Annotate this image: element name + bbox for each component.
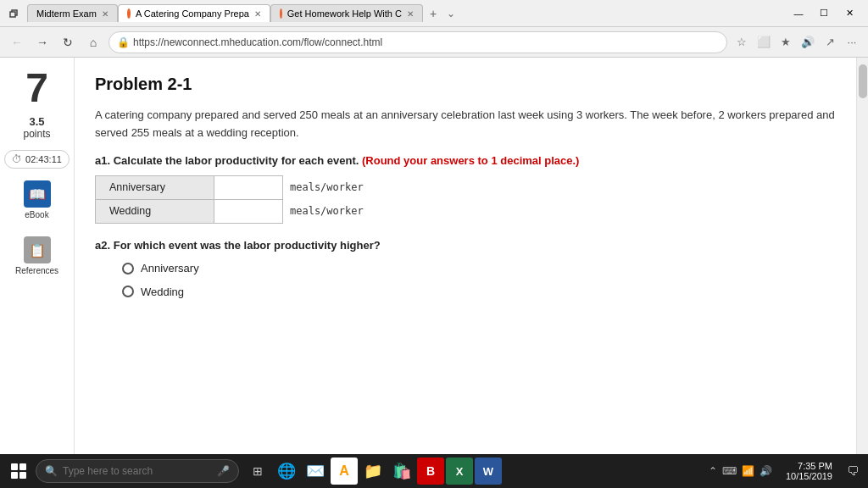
forward-button[interactable]: →: [32, 32, 53, 53]
anniversary-input[interactable]: [214, 176, 282, 198]
anniversary-unit: meals/worker: [283, 176, 371, 200]
anniversary-input-cell: [214, 176, 283, 200]
timer-icon: ⏱: [12, 153, 22, 165]
round-note: (Round your answers to 1 decimal place.): [362, 154, 579, 167]
taskbar-apps: ⊞ 🌐 ✉️ A 📁 🛍️ B X W: [244, 458, 502, 485]
back-button[interactable]: ←: [7, 32, 27, 53]
excel-icon[interactable]: X: [446, 458, 473, 485]
address-actions: ☆ ⬜ ★ 🔊 ↗ ···: [732, 33, 861, 52]
refresh-button[interactable]: ↻: [58, 32, 78, 53]
taskbar-search[interactable]: 🔍 🎤: [36, 459, 239, 483]
clock-date: 10/15/2019: [786, 471, 832, 481]
share-icon[interactable]: ↗: [821, 33, 839, 52]
radio-group: Anniversary Wedding: [95, 260, 836, 300]
mic-icon[interactable]: 🎤: [217, 465, 230, 477]
search-input[interactable]: [63, 465, 212, 477]
home-button[interactable]: ⌂: [83, 32, 103, 53]
main-content: Problem 2-1 A catering company prepared …: [75, 58, 856, 454]
start-button[interactable]: [3, 456, 34, 486]
part-a1-text: Calculate the labor productivity for eac…: [114, 154, 362, 167]
part-a2-text: For which event was the labor productivi…: [114, 239, 381, 252]
option-anniversary[interactable]: Anniversary: [122, 260, 836, 277]
search-icon: 🔍: [45, 465, 58, 477]
wedding-input-cell: [214, 199, 283, 223]
notification-button[interactable]: 🗨: [841, 456, 865, 486]
tray-caret-icon[interactable]: ⌃: [709, 465, 717, 477]
content-area: 7 3.5 points ⏱ 02:43:11 📖 eBook 📋 Refere…: [0, 58, 868, 454]
restore-down-button[interactable]: [7, 7, 20, 20]
system-tray: ⌃ ⌨ 📶 🔊: [704, 465, 777, 477]
tab-bar: Midterm Exam ✕ A Catering Company Prepa …: [27, 3, 783, 24]
problem-title: Problem 2-1: [95, 71, 836, 97]
part-a1-header: a1. Calculate the labor productivity for…: [95, 152, 836, 169]
files-icon[interactable]: 📁: [359, 458, 387, 485]
tab-favicon-homework: [280, 8, 282, 19]
bold-app-icon[interactable]: B: [417, 458, 444, 485]
keyboard-icon[interactable]: ⌨: [722, 465, 737, 477]
tab-label: A Catering Company Prepa: [136, 8, 249, 19]
tab-label: Get Homework Help With C: [287, 8, 402, 19]
network-icon[interactable]: 📶: [742, 465, 754, 477]
wedding-unit: meals/worker: [283, 199, 371, 223]
tab-catering[interactable]: A Catering Company Prepa ✕: [118, 4, 270, 22]
store-icon[interactable]: 🛍️: [388, 458, 415, 485]
notification-icon: 🗨: [847, 464, 859, 478]
scroll-thumb[interactable]: [859, 64, 867, 98]
references-icon: 📋: [24, 236, 51, 263]
clock[interactable]: 7:35 PM 10/15/2019: [781, 461, 837, 481]
clock-time: 7:35 PM: [798, 461, 832, 471]
event-anniversary: Anniversary: [96, 176, 214, 200]
tab-close-homework[interactable]: ✕: [407, 9, 414, 19]
sidebar: 7 3.5 points ⏱ 02:43:11 📖 eBook 📋 Refere…: [0, 58, 75, 454]
tab-label: Midterm Exam: [36, 8, 97, 19]
tab-close-midterm[interactable]: ✕: [102, 9, 108, 19]
mail-icon[interactable]: ✉️: [302, 458, 329, 485]
sidebar-tool-ebook[interactable]: 📖 eBook: [10, 175, 64, 225]
window-controls-left: [7, 7, 20, 20]
edge-browser-icon[interactable]: 🌐: [273, 458, 300, 485]
amazon-icon[interactable]: A: [331, 458, 358, 485]
word-icon[interactable]: W: [475, 458, 502, 485]
window-controls-right: — ☐ ✕: [787, 3, 861, 24]
volume-icon[interactable]: 🔊: [760, 465, 772, 477]
ebook-label: eBook: [25, 210, 48, 219]
answer-table: Anniversary meals/worker Wedding meals/w…: [95, 175, 371, 224]
favorites-icon[interactable]: ★: [776, 33, 795, 52]
tab-midterm-exam[interactable]: Midterm Exam ✕: [27, 4, 118, 22]
radio-wedding[interactable]: [122, 286, 134, 297]
tab-close-catering[interactable]: ✕: [254, 9, 261, 19]
scroll-track[interactable]: [856, 58, 868, 454]
svg-rect-0: [10, 12, 15, 17]
problem-description: A catering company prepared and served 2…: [95, 107, 836, 142]
ebook-icon: 📖: [24, 180, 51, 208]
part-a1-label: a1.: [95, 154, 110, 167]
windows-logo: [11, 463, 26, 479]
radio-anniversary[interactable]: [122, 263, 134, 274]
tab-homework[interactable]: Get Homework Help With C ✕: [270, 4, 423, 22]
event-wedding: Wedding: [96, 199, 214, 223]
option-wedding-label: Wedding: [141, 284, 184, 301]
part-a2-label: a2.: [95, 239, 110, 252]
bookmark-icon[interactable]: ☆: [732, 33, 751, 52]
close-button[interactable]: ✕: [837, 3, 861, 24]
sidebar-tool-references[interactable]: 📋 References: [10, 231, 64, 280]
points-label: points: [23, 128, 50, 140]
lock-icon: 🔒: [117, 36, 130, 48]
more-icon[interactable]: ···: [843, 33, 861, 52]
address-input[interactable]: [108, 31, 727, 53]
new-tab-button[interactable]: +: [423, 3, 443, 24]
option-wedding[interactable]: Wedding: [122, 284, 836, 301]
taskbar-right: ⌃ ⌨ 📶 🔊 7:35 PM 10/15/2019 🗨: [704, 456, 865, 486]
tab-favicon-catering: [127, 8, 131, 19]
maximize-button[interactable]: ☐: [812, 3, 836, 24]
address-bar: ← → ↻ ⌂ 🔒 ☆ ⬜ ★ 🔊 ↗ ···: [0, 27, 868, 58]
taskbar: 🔍 🎤 ⊞ 🌐 ✉️ A 📁 🛍️ B X W ⌃ ⌨ 📶 🔊 7:35 PM …: [0, 454, 868, 488]
tab-overflow-button[interactable]: ⌄: [443, 4, 459, 23]
tab-preview-icon[interactable]: ⬜: [754, 33, 773, 52]
task-view-button[interactable]: ⊞: [244, 458, 271, 485]
minimize-button[interactable]: —: [787, 3, 810, 24]
title-bar: Midterm Exam ✕ A Catering Company Prepa …: [0, 0, 868, 27]
wedding-input[interactable]: [214, 200, 282, 222]
problem-number: 7: [25, 68, 48, 108]
read-aloud-icon[interactable]: 🔊: [798, 33, 817, 52]
